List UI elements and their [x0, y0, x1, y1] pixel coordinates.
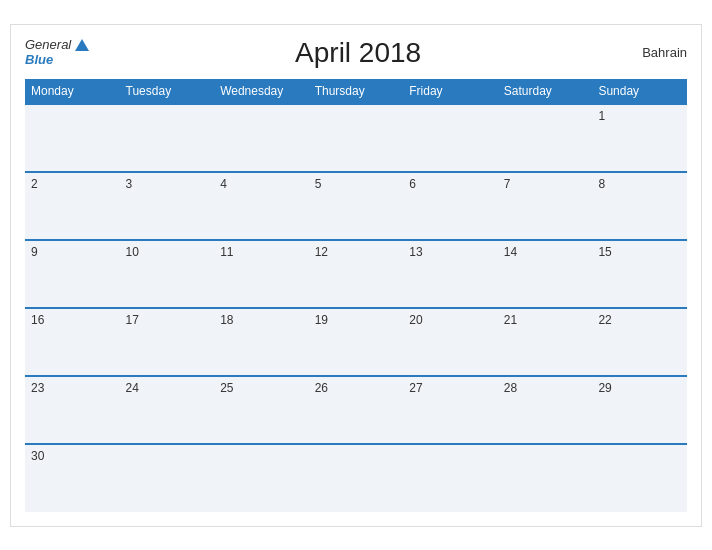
day-number: 25 — [220, 381, 233, 395]
calendar-container: General Blue April 2018 Bahrain MondayTu… — [10, 24, 702, 527]
calendar-empty-cell — [25, 104, 120, 172]
calendar-empty-cell — [214, 444, 309, 512]
calendar-empty-cell — [498, 444, 593, 512]
calendar-day-24: 24 — [120, 376, 215, 444]
day-number: 4 — [220, 177, 227, 191]
weekday-header-friday: Friday — [403, 79, 498, 104]
calendar-week-row: 23242526272829 — [25, 376, 687, 444]
calendar-day-29: 29 — [592, 376, 687, 444]
calendar-day-5: 5 — [309, 172, 404, 240]
calendar-day-17: 17 — [120, 308, 215, 376]
calendar-day-9: 9 — [25, 240, 120, 308]
day-number: 20 — [409, 313, 422, 327]
calendar-week-row: 16171819202122 — [25, 308, 687, 376]
weekday-header-sunday: Sunday — [592, 79, 687, 104]
day-number: 8 — [598, 177, 605, 191]
calendar-week-row: 1 — [25, 104, 687, 172]
calendar-empty-cell — [592, 444, 687, 512]
calendar-day-2: 2 — [25, 172, 120, 240]
weekday-header-tuesday: Tuesday — [120, 79, 215, 104]
day-number: 3 — [126, 177, 133, 191]
day-number: 19 — [315, 313, 328, 327]
day-number: 24 — [126, 381, 139, 395]
day-number: 28 — [504, 381, 517, 395]
day-number: 9 — [31, 245, 38, 259]
calendar-day-20: 20 — [403, 308, 498, 376]
calendar-empty-cell — [120, 104, 215, 172]
day-number: 27 — [409, 381, 422, 395]
calendar-day-22: 22 — [592, 308, 687, 376]
calendar-day-19: 19 — [309, 308, 404, 376]
day-number: 30 — [31, 449, 44, 463]
calendar-day-13: 13 — [403, 240, 498, 308]
day-number: 2 — [31, 177, 38, 191]
weekday-header-saturday: Saturday — [498, 79, 593, 104]
calendar-day-16: 16 — [25, 308, 120, 376]
day-number: 26 — [315, 381, 328, 395]
calendar-table: MondayTuesdayWednesdayThursdayFridaySatu… — [25, 79, 687, 512]
calendar-day-3: 3 — [120, 172, 215, 240]
weekday-header-thursday: Thursday — [309, 79, 404, 104]
calendar-day-21: 21 — [498, 308, 593, 376]
weekday-header-wednesday: Wednesday — [214, 79, 309, 104]
calendar-day-7: 7 — [498, 172, 593, 240]
calendar-empty-cell — [214, 104, 309, 172]
calendar-empty-cell — [403, 444, 498, 512]
weekday-header-row: MondayTuesdayWednesdayThursdayFridaySatu… — [25, 79, 687, 104]
day-number: 22 — [598, 313, 611, 327]
calendar-day-6: 6 — [403, 172, 498, 240]
day-number: 12 — [315, 245, 328, 259]
calendar-empty-cell — [120, 444, 215, 512]
calendar-day-18: 18 — [214, 308, 309, 376]
calendar-day-23: 23 — [25, 376, 120, 444]
day-number: 11 — [220, 245, 233, 259]
calendar-day-15: 15 — [592, 240, 687, 308]
logo: General Blue — [25, 38, 89, 67]
logo-general-text: General — [25, 38, 71, 52]
logo-triangle-icon — [75, 39, 89, 51]
logo-blue-text: Blue — [25, 53, 53, 67]
calendar-day-27: 27 — [403, 376, 498, 444]
calendar-day-8: 8 — [592, 172, 687, 240]
calendar-day-12: 12 — [309, 240, 404, 308]
calendar-week-row: 9101112131415 — [25, 240, 687, 308]
calendar-day-28: 28 — [498, 376, 593, 444]
day-number: 5 — [315, 177, 322, 191]
calendar-week-row: 30 — [25, 444, 687, 512]
calendar-week-row: 2345678 — [25, 172, 687, 240]
calendar-empty-cell — [403, 104, 498, 172]
weekday-header-monday: Monday — [25, 79, 120, 104]
day-number: 1 — [598, 109, 605, 123]
day-number: 14 — [504, 245, 517, 259]
day-number: 17 — [126, 313, 139, 327]
calendar-day-1: 1 — [592, 104, 687, 172]
calendar-empty-cell — [309, 444, 404, 512]
day-number: 13 — [409, 245, 422, 259]
day-number: 18 — [220, 313, 233, 327]
calendar-empty-cell — [498, 104, 593, 172]
country-label: Bahrain — [627, 45, 687, 60]
day-number: 21 — [504, 313, 517, 327]
calendar-day-4: 4 — [214, 172, 309, 240]
day-number: 16 — [31, 313, 44, 327]
calendar-day-14: 14 — [498, 240, 593, 308]
day-number: 23 — [31, 381, 44, 395]
day-number: 6 — [409, 177, 416, 191]
calendar-day-26: 26 — [309, 376, 404, 444]
day-number: 10 — [126, 245, 139, 259]
calendar-empty-cell — [309, 104, 404, 172]
day-number: 7 — [504, 177, 511, 191]
calendar-header: General Blue April 2018 Bahrain — [25, 37, 687, 69]
day-number: 15 — [598, 245, 611, 259]
calendar-day-25: 25 — [214, 376, 309, 444]
calendar-day-11: 11 — [214, 240, 309, 308]
calendar-title: April 2018 — [89, 37, 627, 69]
calendar-day-10: 10 — [120, 240, 215, 308]
day-number: 29 — [598, 381, 611, 395]
calendar-day-30: 30 — [25, 444, 120, 512]
